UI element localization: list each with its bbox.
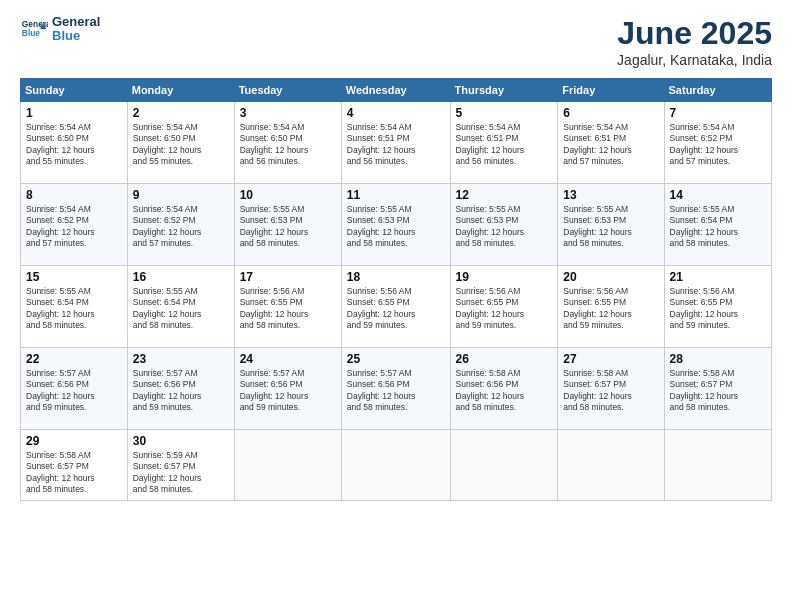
calendar-week-row: 1Sunrise: 5:54 AM Sunset: 6:50 PM Daylig… bbox=[21, 102, 772, 184]
calendar-week-row: 29Sunrise: 5:58 AM Sunset: 6:57 PM Dayli… bbox=[21, 430, 772, 501]
day-info: Sunrise: 5:56 AM Sunset: 6:55 PM Dayligh… bbox=[347, 286, 445, 332]
calendar-cell: 29Sunrise: 5:58 AM Sunset: 6:57 PM Dayli… bbox=[21, 430, 128, 501]
calendar-cell: 16Sunrise: 5:55 AM Sunset: 6:54 PM Dayli… bbox=[127, 266, 234, 348]
calendar-cell: 17Sunrise: 5:56 AM Sunset: 6:55 PM Dayli… bbox=[234, 266, 341, 348]
calendar-cell: 23Sunrise: 5:57 AM Sunset: 6:56 PM Dayli… bbox=[127, 348, 234, 430]
day-info: Sunrise: 5:58 AM Sunset: 6:56 PM Dayligh… bbox=[456, 368, 553, 414]
day-info: Sunrise: 5:54 AM Sunset: 6:52 PM Dayligh… bbox=[670, 122, 766, 168]
logo-text-general: General bbox=[52, 15, 100, 29]
col-header-saturday: Saturday bbox=[664, 79, 771, 102]
day-number: 11 bbox=[347, 188, 445, 202]
calendar-cell: 6Sunrise: 5:54 AM Sunset: 6:51 PM Daylig… bbox=[558, 102, 664, 184]
day-number: 4 bbox=[347, 106, 445, 120]
day-info: Sunrise: 5:54 AM Sunset: 6:50 PM Dayligh… bbox=[240, 122, 336, 168]
day-info: Sunrise: 5:58 AM Sunset: 6:57 PM Dayligh… bbox=[563, 368, 658, 414]
day-info: Sunrise: 5:57 AM Sunset: 6:56 PM Dayligh… bbox=[133, 368, 229, 414]
calendar-cell: 20Sunrise: 5:56 AM Sunset: 6:55 PM Dayli… bbox=[558, 266, 664, 348]
location: Jagalur, Karnataka, India bbox=[617, 52, 772, 68]
calendar-cell: 27Sunrise: 5:58 AM Sunset: 6:57 PM Dayli… bbox=[558, 348, 664, 430]
calendar-cell: 24Sunrise: 5:57 AM Sunset: 6:56 PM Dayli… bbox=[234, 348, 341, 430]
calendar-page: General Blue General Blue June 2025 Jaga… bbox=[0, 0, 792, 612]
day-info: Sunrise: 5:55 AM Sunset: 6:54 PM Dayligh… bbox=[133, 286, 229, 332]
col-header-friday: Friday bbox=[558, 79, 664, 102]
day-number: 29 bbox=[26, 434, 122, 448]
calendar-cell: 11Sunrise: 5:55 AM Sunset: 6:53 PM Dayli… bbox=[341, 184, 450, 266]
day-info: Sunrise: 5:56 AM Sunset: 6:55 PM Dayligh… bbox=[670, 286, 766, 332]
day-info: Sunrise: 5:55 AM Sunset: 6:53 PM Dayligh… bbox=[347, 204, 445, 250]
day-number: 15 bbox=[26, 270, 122, 284]
day-number: 20 bbox=[563, 270, 658, 284]
day-number: 12 bbox=[456, 188, 553, 202]
day-info: Sunrise: 5:56 AM Sunset: 6:55 PM Dayligh… bbox=[563, 286, 658, 332]
day-info: Sunrise: 5:55 AM Sunset: 6:53 PM Dayligh… bbox=[563, 204, 658, 250]
day-info: Sunrise: 5:58 AM Sunset: 6:57 PM Dayligh… bbox=[670, 368, 766, 414]
calendar-cell: 10Sunrise: 5:55 AM Sunset: 6:53 PM Dayli… bbox=[234, 184, 341, 266]
calendar-cell: 21Sunrise: 5:56 AM Sunset: 6:55 PM Dayli… bbox=[664, 266, 771, 348]
col-header-tuesday: Tuesday bbox=[234, 79, 341, 102]
calendar-cell bbox=[558, 430, 664, 501]
day-number: 9 bbox=[133, 188, 229, 202]
day-number: 17 bbox=[240, 270, 336, 284]
logo-icon: General Blue bbox=[20, 15, 48, 43]
day-info: Sunrise: 5:54 AM Sunset: 6:52 PM Dayligh… bbox=[133, 204, 229, 250]
day-info: Sunrise: 5:59 AM Sunset: 6:57 PM Dayligh… bbox=[133, 450, 229, 496]
svg-text:Blue: Blue bbox=[22, 29, 40, 39]
calendar-week-row: 8Sunrise: 5:54 AM Sunset: 6:52 PM Daylig… bbox=[21, 184, 772, 266]
col-header-monday: Monday bbox=[127, 79, 234, 102]
day-number: 7 bbox=[670, 106, 766, 120]
calendar-header-row: SundayMondayTuesdayWednesdayThursdayFrid… bbox=[21, 79, 772, 102]
calendar-cell: 4Sunrise: 5:54 AM Sunset: 6:51 PM Daylig… bbox=[341, 102, 450, 184]
col-header-sunday: Sunday bbox=[21, 79, 128, 102]
day-number: 19 bbox=[456, 270, 553, 284]
day-info: Sunrise: 5:55 AM Sunset: 6:54 PM Dayligh… bbox=[670, 204, 766, 250]
col-header-wednesday: Wednesday bbox=[341, 79, 450, 102]
logo: General Blue General Blue bbox=[20, 15, 100, 44]
calendar-cell: 26Sunrise: 5:58 AM Sunset: 6:56 PM Dayli… bbox=[450, 348, 558, 430]
calendar-cell bbox=[341, 430, 450, 501]
day-number: 18 bbox=[347, 270, 445, 284]
day-info: Sunrise: 5:54 AM Sunset: 6:51 PM Dayligh… bbox=[347, 122, 445, 168]
calendar-cell: 25Sunrise: 5:57 AM Sunset: 6:56 PM Dayli… bbox=[341, 348, 450, 430]
calendar-cell: 28Sunrise: 5:58 AM Sunset: 6:57 PM Dayli… bbox=[664, 348, 771, 430]
header: General Blue General Blue June 2025 Jaga… bbox=[20, 15, 772, 68]
calendar-cell: 7Sunrise: 5:54 AM Sunset: 6:52 PM Daylig… bbox=[664, 102, 771, 184]
calendar-cell: 15Sunrise: 5:55 AM Sunset: 6:54 PM Dayli… bbox=[21, 266, 128, 348]
day-number: 3 bbox=[240, 106, 336, 120]
calendar-cell: 18Sunrise: 5:56 AM Sunset: 6:55 PM Dayli… bbox=[341, 266, 450, 348]
day-number: 6 bbox=[563, 106, 658, 120]
day-number: 8 bbox=[26, 188, 122, 202]
day-number: 27 bbox=[563, 352, 658, 366]
day-number: 14 bbox=[670, 188, 766, 202]
day-info: Sunrise: 5:56 AM Sunset: 6:55 PM Dayligh… bbox=[456, 286, 553, 332]
day-number: 5 bbox=[456, 106, 553, 120]
day-number: 2 bbox=[133, 106, 229, 120]
day-number: 26 bbox=[456, 352, 553, 366]
calendar-cell bbox=[234, 430, 341, 501]
calendar-cell: 19Sunrise: 5:56 AM Sunset: 6:55 PM Dayli… bbox=[450, 266, 558, 348]
calendar-cell: 9Sunrise: 5:54 AM Sunset: 6:52 PM Daylig… bbox=[127, 184, 234, 266]
day-number: 23 bbox=[133, 352, 229, 366]
day-info: Sunrise: 5:55 AM Sunset: 6:53 PM Dayligh… bbox=[456, 204, 553, 250]
day-info: Sunrise: 5:55 AM Sunset: 6:53 PM Dayligh… bbox=[240, 204, 336, 250]
calendar-cell: 8Sunrise: 5:54 AM Sunset: 6:52 PM Daylig… bbox=[21, 184, 128, 266]
calendar-cell: 5Sunrise: 5:54 AM Sunset: 6:51 PM Daylig… bbox=[450, 102, 558, 184]
calendar-week-row: 15Sunrise: 5:55 AM Sunset: 6:54 PM Dayli… bbox=[21, 266, 772, 348]
day-number: 16 bbox=[133, 270, 229, 284]
calendar-table: SundayMondayTuesdayWednesdayThursdayFrid… bbox=[20, 78, 772, 501]
calendar-cell: 13Sunrise: 5:55 AM Sunset: 6:53 PM Dayli… bbox=[558, 184, 664, 266]
calendar-cell: 12Sunrise: 5:55 AM Sunset: 6:53 PM Dayli… bbox=[450, 184, 558, 266]
day-info: Sunrise: 5:54 AM Sunset: 6:50 PM Dayligh… bbox=[26, 122, 122, 168]
day-number: 25 bbox=[347, 352, 445, 366]
calendar-cell: 3Sunrise: 5:54 AM Sunset: 6:50 PM Daylig… bbox=[234, 102, 341, 184]
day-info: Sunrise: 5:55 AM Sunset: 6:54 PM Dayligh… bbox=[26, 286, 122, 332]
month-title: June 2025 bbox=[617, 15, 772, 52]
calendar-cell bbox=[664, 430, 771, 501]
day-info: Sunrise: 5:57 AM Sunset: 6:56 PM Dayligh… bbox=[240, 368, 336, 414]
calendar-cell: 14Sunrise: 5:55 AM Sunset: 6:54 PM Dayli… bbox=[664, 184, 771, 266]
day-number: 28 bbox=[670, 352, 766, 366]
day-info: Sunrise: 5:54 AM Sunset: 6:51 PM Dayligh… bbox=[563, 122, 658, 168]
day-info: Sunrise: 5:57 AM Sunset: 6:56 PM Dayligh… bbox=[347, 368, 445, 414]
day-info: Sunrise: 5:56 AM Sunset: 6:55 PM Dayligh… bbox=[240, 286, 336, 332]
calendar-cell bbox=[450, 430, 558, 501]
col-header-thursday: Thursday bbox=[450, 79, 558, 102]
